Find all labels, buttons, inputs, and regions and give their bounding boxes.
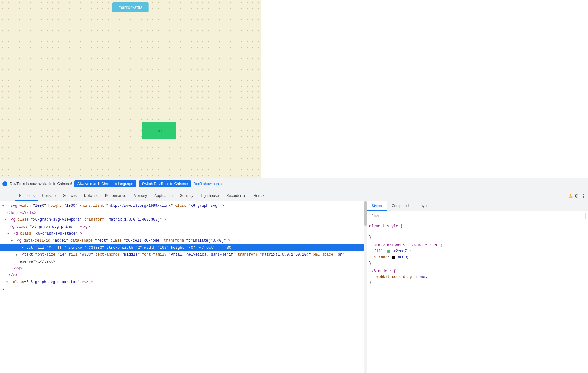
styles-tab-computed[interactable]: Computed <box>387 201 414 211</box>
rect-label: rect <box>155 128 162 133</box>
tab-application[interactable]: Application <box>151 191 176 201</box>
right-panel <box>261 0 588 178</box>
tab-console[interactable]: Console <box>38 191 59 201</box>
tab-lighthouse[interactable]: Lighthouse <box>197 191 223 201</box>
dont-show-again-link[interactable]: Don't show again <box>194 182 222 186</box>
style-block-node-rect: [data-v-a7f8deb6] .x6-node rect { fill: … <box>369 243 586 266</box>
svg-canvas: rect <box>0 0 261 178</box>
devtools-notification: i DevTools is now available in Chinese! … <box>0 178 588 190</box>
dom-tree[interactable]: ▼ <svg width="100%" height="100%" xmlns:… <box>0 201 364 373</box>
switch-to-chinese-button[interactable]: Switch DevTools to Chinese <box>139 180 191 187</box>
dom-line[interactable]: ▼ <svg width="100%" height="100%" xmlns:… <box>0 202 364 210</box>
dom-line[interactable]: </g> <box>0 272 364 279</box>
style-props: -webkit-user-drag: none; <box>369 274 586 280</box>
style-selector: [data-v-a7f8deb6] .x6-node rect { <box>369 243 586 248</box>
devtools-tabs: Elements Console Sources Network Perform… <box>0 190 588 201</box>
tab-recorder[interactable]: Recorder ▲ <box>223 191 250 201</box>
tab-elements[interactable]: Elements <box>15 191 38 201</box>
styles-content: element.style { } [data-v-a7f8deb6] .x6-… <box>367 221 588 290</box>
dom-line[interactable]: ▼ <g data-cell-id="node1" data-shape="re… <box>0 237 364 244</box>
dom-scrollbar[interactable] <box>364 201 367 373</box>
dom-line-highlighted[interactable]: <rect fill="#ffffff" stroke="#333333" st… <box>0 244 364 251</box>
style-selector: element.style { <box>369 223 586 229</box>
style-block-x6-node-star: .x6-node * { -webkit-user-drag: none; } <box>369 269 586 285</box>
dom-line[interactable]: </g> <box>0 265 364 272</box>
style-prop-fill: fill: #2ecc71; <box>374 248 586 254</box>
dom-scrollbar-thumb[interactable] <box>364 201 367 226</box>
style-prop-stroke: stroke: #000; <box>374 254 586 261</box>
dom-line[interactable]: ▼ <g class="x6-graph-svg-stage" > <box>0 230 364 237</box>
dom-line[interactable]: eserve">…</text> <box>0 258 364 265</box>
style-close: } <box>369 261 586 266</box>
tab-security[interactable]: Security <box>176 191 197 201</box>
tab-memory[interactable]: Memory <box>130 191 151 201</box>
canvas-area: markup-attrs rect <box>0 0 261 178</box>
dom-line[interactable]: <g class="x6-graph-svg-decorator" ></g> <box>0 279 364 286</box>
always-match-button[interactable]: Always match Chrome's language <box>74 180 136 187</box>
style-prop-webkit: -webkit-user-drag: none; <box>374 274 586 280</box>
style-selector: .x6-node * { <box>369 269 586 274</box>
devtools-main: ▼ <svg width="100%" height="100%" xmlns:… <box>0 201 588 373</box>
dom-line[interactable]: ▼ <g class="x6-graph-svg-viewport" trans… <box>0 216 364 223</box>
dom-line[interactable]: ▶ <text font-size="14" fill="#333" text-… <box>0 251 364 258</box>
dom-line[interactable]: ... <box>0 286 364 292</box>
dom-line[interactable]: <g class="x6-graph-svg-primer" ></g> <box>0 223 364 230</box>
styles-panel: Styles Computed Layout element.style { } <box>367 201 588 373</box>
tab-performance[interactable]: Performance <box>101 191 130 201</box>
style-empty <box>369 229 586 235</box>
warning-icon: ⚠ <box>568 193 573 199</box>
style-close: } <box>369 235 586 240</box>
tab-redux[interactable]: Redux <box>250 191 268 201</box>
notification-icon: i <box>2 181 7 186</box>
style-props: fill: #2ecc71; stroke: #000; <box>369 248 586 261</box>
styles-tabs: Styles Computed Layout <box>367 201 588 211</box>
more-options-button[interactable]: ⋮ <box>581 193 587 200</box>
stroke-color-swatch[interactable] <box>392 256 395 259</box>
styles-filter[interactable] <box>367 211 588 221</box>
settings-button[interactable]: ⚙ <box>574 193 579 200</box>
styles-tab-layout[interactable]: Layout <box>414 201 435 211</box>
notification-text: DevTools is now available in Chinese! <box>10 182 72 186</box>
tab-sources[interactable]: Sources <box>59 191 80 201</box>
styles-filter-input[interactable] <box>369 213 586 219</box>
fill-color-swatch[interactable] <box>387 250 390 253</box>
style-close: } <box>369 280 586 285</box>
tab-network[interactable]: Network <box>80 191 101 201</box>
style-block-element: element.style { } <box>369 223 586 240</box>
styles-tab-styles[interactable]: Styles <box>367 201 387 211</box>
dom-line[interactable]: <defs></defs> <box>0 210 364 216</box>
